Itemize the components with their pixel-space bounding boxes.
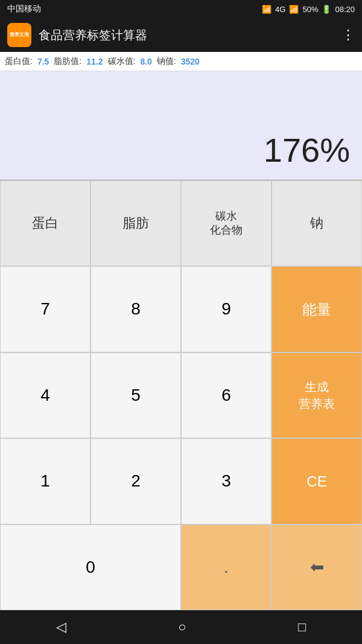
battery-label: 50% [302,5,318,14]
display-value: 176% [264,130,350,170]
button-0[interactable]: 0 [0,524,181,610]
calculator-grid: 蛋白 脂肪 碳水化合物 钠 7 8 9 能量 4 5 6 生成营养表 1 2 3… [0,180,362,610]
nutrition-bar: 蛋白值: 7.5 脂肪值: 11.2 碳水值: 8.0 钠值: 3520 [0,52,362,71]
button-ce[interactable]: CE [272,438,362,524]
battery-icon: 🔋 [322,5,331,14]
button-5[interactable]: 5 [91,352,181,438]
nav-recent-button[interactable]: □ [298,619,306,635]
protein-label: 蛋白值: [5,56,33,67]
button-7[interactable]: 7 [0,266,91,352]
app-title: 食品营养标签计算器 [39,27,341,43]
button-6[interactable]: 6 [181,352,272,438]
button-8[interactable]: 8 [91,266,181,352]
nav-back-button[interactable]: ◁ [56,619,66,635]
fat-value: 11.2 [86,57,103,66]
header-carb[interactable]: 碳水化合物 [181,180,272,266]
app-icon-text: 营养五用 [10,33,29,38]
header-fat[interactable]: 脂肪 [91,180,181,266]
sodium-value: 3520 [181,57,200,66]
button-generate[interactable]: 生成营养表 [272,352,362,438]
display-area: 176% [0,71,362,180]
button-1[interactable]: 1 [0,438,91,524]
wifi-icon: 📶 [262,5,272,14]
title-bar: 营养五用 食品营养标签计算器 ⋮ [0,18,362,52]
button-dot[interactable]: . [181,524,272,610]
button-4[interactable]: 4 [0,352,91,438]
button-backspace[interactable]: ⬅ [272,524,362,610]
button-9[interactable]: 9 [181,266,272,352]
signal-icon: 📶 [289,5,299,14]
nav-home-button[interactable]: ○ [178,619,186,635]
sodium-label: 钠值: [157,56,176,67]
fat-label: 脂肪值: [54,56,81,67]
carb-value: 8.0 [140,57,151,66]
button-3[interactable]: 3 [181,438,272,524]
bottom-nav: ◁ ○ □ [0,610,362,644]
protein-value: 7.5 [37,57,49,66]
time-label: 08:20 [335,5,355,14]
status-bar: 中国移动 📶 4G 📶 50% 🔋 08:20 [0,0,362,18]
carb-label: 碳水值: [108,56,136,67]
carrier-label: 中国移动 [7,4,41,14]
button-energy[interactable]: 能量 [272,266,362,352]
app-icon: 营养五用 [7,23,31,47]
header-sodium[interactable]: 钠 [272,180,362,266]
network-label: 4G [275,5,285,14]
button-2[interactable]: 2 [91,438,181,524]
menu-icon[interactable]: ⋮ [341,27,355,43]
header-protein[interactable]: 蛋白 [0,180,91,266]
